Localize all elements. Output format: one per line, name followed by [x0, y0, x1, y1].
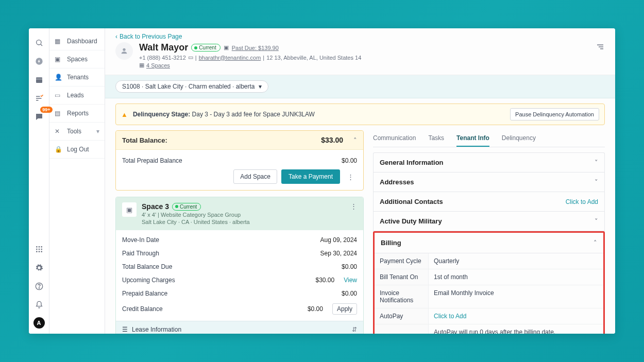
building-icon: ▦ [139, 62, 144, 68]
search-icon[interactable] [33, 37, 45, 49]
billing-key: Invoice Notifications [375, 285, 429, 308]
svg-point-18 [39, 288, 39, 288]
sidebar: ▦Dashboard ▣Spaces 👤Tenants ▭Leads ▤Repo… [49, 28, 105, 334]
sidebar-item-tools[interactable]: ✕Tools▾ [49, 123, 105, 141]
add-space-button[interactable]: Add Space [233, 169, 277, 184]
space-row: Upcoming Charges$30.00View [122, 273, 357, 287]
view-link[interactable]: View [344, 277, 357, 284]
main: ‹Back to Previous Page Walt Mayor Curren… [105, 28, 615, 334]
calendar-icon[interactable] [33, 74, 45, 86]
tenant-name: Walt Mayor Current ▣ Past Due: $139.90 [139, 42, 279, 53]
acc-billing[interactable]: Billing˄ [375, 233, 603, 253]
balance-title: Total Balance: [122, 136, 167, 144]
wrench-icon: ✕ [55, 128, 63, 135]
svg-line-1 [41, 44, 42, 46]
lease-info-section[interactable]: ☰Lease Information⇵ [116, 321, 363, 334]
balance-card: Total Balance: $33.00 ˄ Total Prepaid Ba… [115, 130, 364, 191]
sidebar-label: Reports [67, 110, 89, 117]
more-icon[interactable]: ⋮ [344, 173, 357, 181]
prepaid-label: Total Prepaid Balance [122, 157, 342, 164]
row-value: $0.00 [308, 305, 323, 313]
status-chip: Current [191, 44, 220, 51]
bolt-icon[interactable] [33, 55, 45, 67]
acc-general-info[interactable]: General Information˅ [374, 153, 604, 172]
billing-value: Quarterly [429, 253, 603, 269]
svg-point-12 [38, 249, 40, 250]
adjust-icon[interactable]: ⇵ [352, 326, 357, 333]
sidebar-label: Spaces [67, 56, 88, 63]
space-dims: 4' x 4' | Website Category Space Group [142, 212, 250, 218]
chevron-down-icon: ˅ [595, 159, 598, 166]
sidebar-item-tenants[interactable]: 👤Tenants [49, 68, 105, 87]
space-title: Space 3Current [142, 202, 201, 211]
sidebar-item-spaces[interactable]: ▣Spaces [49, 50, 105, 68]
sidebar-item-logout[interactable]: 🔒Log Out [49, 141, 105, 159]
space-row: Credit Balance$0.00Apply [122, 300, 357, 318]
badge-icon: ▭ [55, 92, 63, 99]
space-row: Paid ThroughSep 30, 2024 [122, 247, 357, 260]
chevron-up-icon[interactable]: ˄ [353, 136, 357, 144]
tab-tenant-info[interactable]: Tenant Info [456, 130, 489, 147]
row-label: Upcoming Charges [122, 277, 316, 284]
billing-key: Payment Cycle [375, 253, 429, 269]
row-label: Paid Through [122, 250, 320, 257]
back-link[interactable]: ‹Back to Previous Page [115, 33, 182, 40]
space-row: Total Balance Due$0.00 [122, 260, 357, 273]
property-selector-bar: S1008 · Salt Lake City · Charm enabled ·… [105, 75, 615, 98]
acc-active-duty[interactable]: Active Duty Military˅ [374, 212, 604, 231]
row-value: $30.00 [316, 277, 335, 284]
more-icon[interactable]: ⋮ [350, 202, 357, 210]
billing-key: AutoPay [375, 308, 429, 324]
avatar[interactable]: A [33, 317, 45, 329]
svg-point-10 [41, 246, 42, 248]
sidebar-label: Tools [67, 128, 81, 135]
apply-button[interactable]: Apply [332, 303, 357, 315]
sidebar-item-dashboard[interactable]: ▦Dashboard [49, 32, 105, 50]
tab-communication[interactable]: Communication [373, 130, 416, 147]
sidebar-label: Dashboard [67, 38, 97, 45]
row-label: Prepaid Balance [122, 290, 342, 297]
status-chip: Current [172, 203, 201, 211]
billing-value: Email Monthly Invoice [429, 285, 603, 308]
svg-point-15 [38, 251, 40, 252]
contact-line: +1 (888) 451-3212 ▭ | bharathr@tenantinc… [139, 54, 589, 61]
billing-key: Bill Tenant On [375, 269, 429, 285]
header-menu-icon[interactable] [596, 42, 605, 51]
chat-icon[interactable]: ▭ [188, 54, 193, 61]
grid-icon: ▦ [55, 38, 63, 45]
person-icon: 👤 [55, 74, 63, 81]
autopay-add-link[interactable]: Click to Add [429, 308, 603, 324]
tenant-avatar [115, 42, 133, 60]
bell-icon[interactable] [33, 299, 45, 311]
pause-automation-button[interactable]: Pause Delinquency Automation [510, 108, 599, 120]
icon-rail: 99+ A [29, 28, 49, 334]
pastdue-link[interactable]: Past Due: $139.90 [232, 45, 279, 51]
row-label: Total Balance Due [122, 263, 342, 270]
email-link[interactable]: bharathr@tenantinc.com [199, 55, 261, 61]
svg-point-9 [38, 246, 40, 248]
row-label: Credit Balance [122, 305, 308, 313]
page-header: ‹Back to Previous Page Walt Mayor Curren… [105, 28, 615, 75]
tasks-icon[interactable] [33, 92, 45, 105]
acc-addresses[interactable]: Addresses˅ [374, 173, 604, 192]
spaces-link[interactable]: 4 Spaces [146, 62, 170, 68]
svg-rect-3 [36, 77, 42, 83]
billing-value: 1st of month [429, 269, 603, 285]
take-payment-button[interactable]: Take a Payment [281, 169, 340, 184]
svg-point-19 [123, 48, 125, 51]
property-selector[interactable]: S1008 · Salt Lake City · Charm enabled ·… [115, 80, 268, 93]
sidebar-item-reports[interactable]: ▤Reports [49, 105, 105, 123]
help-icon[interactable] [33, 280, 45, 292]
svg-point-16 [41, 251, 42, 252]
add-contact-link[interactable]: Click to Add [566, 198, 598, 205]
warning-icon: ▲ [121, 111, 128, 118]
tab-tasks[interactable]: Tasks [428, 130, 444, 147]
apps-icon[interactable] [33, 243, 45, 255]
sidebar-item-leads[interactable]: ▭Leads [49, 87, 105, 105]
acc-additional-contacts[interactable]: Additional ContactsClick to Add [374, 192, 604, 211]
space-location: Salt Lake City · CA · United States · al… [142, 219, 250, 225]
tab-delinquency[interactable]: Delinquency [502, 130, 536, 147]
chat-icon[interactable]: 99+ [33, 111, 45, 123]
chevron-up-icon: ˄ [594, 239, 597, 247]
gear-icon[interactable] [33, 262, 45, 274]
